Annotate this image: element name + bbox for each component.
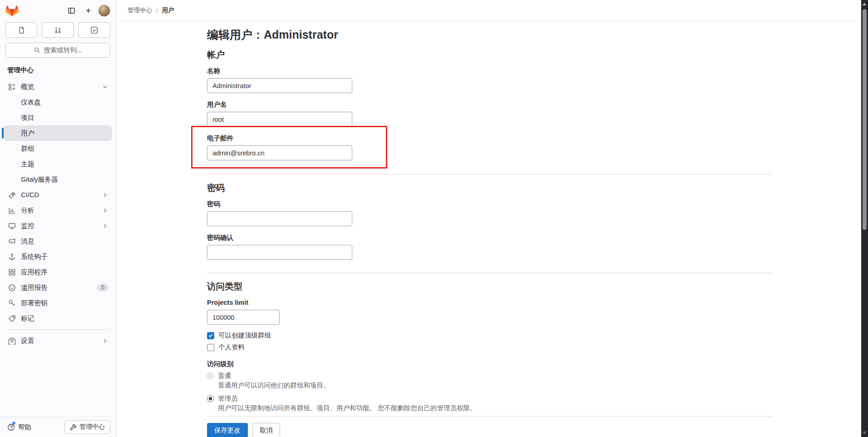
breadcrumb-admin-link[interactable]: 管理中心 — [128, 6, 152, 15]
projects-limit-label: Projects limit — [207, 298, 772, 307]
hook-icon — [7, 253, 16, 261]
section-divider — [207, 174, 772, 174]
help-label: 帮助 — [18, 423, 31, 432]
active-indicator — [2, 128, 4, 139]
cancel-button[interactable]: 取消 — [252, 423, 280, 437]
section-divider — [207, 416, 772, 417]
admin-access-row: 管理员 — [207, 394, 772, 403]
sidebar-item-label: Gitaly服务器 — [21, 175, 58, 184]
gitlab-logo-icon[interactable] — [5, 4, 20, 18]
key-icon — [7, 299, 16, 307]
todo-check-icon — [90, 26, 98, 34]
password-confirm-field[interactable] — [207, 245, 352, 260]
can-create-group-label: 可以创建顶级群组 — [218, 331, 271, 340]
username-label: 用户名 — [207, 100, 772, 109]
abuse-reports-count-badge: 0 — [97, 283, 108, 292]
chevron-right-icon — [102, 192, 108, 199]
private-profile-label: 个人资料 — [218, 343, 245, 352]
password-confirm-label: 密码确认 — [207, 233, 772, 242]
password-label: 密码 — [207, 200, 772, 208]
sidebar-item-label: 分析 — [21, 206, 34, 215]
merge-requests-shortcut-button[interactable] — [42, 22, 74, 38]
account-section-heading: 帐户 — [207, 49, 772, 60]
admin-radio[interactable] — [207, 395, 214, 402]
sidebar-toggle-icon[interactable] — [64, 4, 78, 17]
regular-label: 普通 — [218, 372, 231, 380]
search-input[interactable]: 搜索或转到... — [5, 43, 110, 58]
scrollbar-thumb[interactable] — [863, 9, 867, 230]
radio-dot — [209, 397, 212, 400]
admin-area-label: 管理中心 — [79, 423, 105, 431]
page-title: 编辑用户：Administrator — [207, 28, 772, 41]
private-profile-checkbox[interactable] — [207, 344, 214, 351]
username-field[interactable] — [207, 112, 352, 127]
sidebar-item-users[interactable]: 用户 — [4, 125, 112, 141]
sidebar-item-projects[interactable]: 项目 — [4, 110, 112, 125]
sidebar-item-applications[interactable]: 应用程序 — [4, 264, 112, 280]
password-section-heading: 密码 — [207, 182, 772, 193]
sidebar-item-label: 主题 — [21, 160, 34, 169]
regular-radio[interactable] — [207, 372, 214, 379]
can-create-group-checkbox[interactable] — [207, 332, 214, 339]
sidebar-item-system-hooks[interactable]: 系统钩子 — [4, 249, 112, 264]
chart-icon — [7, 207, 16, 214]
sidebar-item-settings[interactable]: 设置 — [4, 333, 112, 348]
nav-divider — [6, 329, 109, 330]
monitor-icon — [7, 222, 16, 230]
edit-user-form: 编辑用户：Administrator 帐户 名称 用户名 电子邮件 密码 密码 … — [207, 21, 772, 437]
todos-shortcut-button[interactable] — [79, 22, 110, 38]
sidebar-item-label: 系统钩子 — [21, 253, 48, 261]
can-create-group-row: 可以创建顶级群组 — [207, 331, 772, 340]
sidebar-item-messages[interactable]: 消息 — [4, 233, 112, 249]
sidebar: 搜索或转到... 管理中心 概览 仪表盘 项目 用户 群组 主题 Gitaly服… — [0, 0, 116, 437]
sidebar-item-groups[interactable]: 群组 — [4, 141, 112, 156]
admin-area-button[interactable]: 管理中心 — [64, 420, 110, 434]
sidebar-item-label: 消息 — [21, 237, 34, 246]
breadcrumb-separator: / — [156, 7, 158, 14]
scroll-up-arrow-icon[interactable] — [863, 3, 866, 5]
check-icon — [208, 333, 213, 338]
sidebar-item-label: 项目 — [21, 114, 34, 122]
chevron-right-icon — [102, 338, 108, 344]
sidebar-item-gitaly[interactable]: Gitaly服务器 — [4, 172, 112, 187]
sidebar-nav: 概览 仪表盘 项目 用户 群组 主题 Gitaly服务器 CI/CD 分析 监控 — [0, 76, 116, 417]
name-field[interactable] — [207, 78, 352, 93]
projects-limit-field[interactable] — [207, 310, 280, 325]
plus-icon[interactable] — [81, 4, 95, 17]
sidebar-item-dashboard[interactable]: 仪表盘 — [4, 94, 112, 110]
issues-shortcut-button[interactable] — [5, 22, 37, 38]
sidebar-item-monitoring[interactable]: 监控 — [4, 218, 112, 233]
chevron-right-icon — [102, 223, 108, 229]
sidebar-item-label: 设置 — [21, 337, 34, 345]
sidebar-item-label: CI/CD — [21, 191, 39, 199]
email-label: 电子邮件 — [207, 134, 772, 142]
save-changes-button[interactable]: 保存更改 — [207, 423, 248, 437]
sidebar-section-title: 管理中心 — [0, 60, 116, 76]
merge-request-icon — [54, 26, 62, 34]
sidebar-item-labels[interactable]: 标记 — [4, 311, 112, 326]
sidebar-item-cicd[interactable]: CI/CD — [4, 187, 112, 203]
admin-label: 管理员 — [218, 394, 238, 403]
sidebar-item-deploy-keys[interactable]: 部署密钥 — [4, 295, 112, 311]
access-section-heading: 访问类型 — [207, 281, 772, 292]
sidebar-item-label: 概览 — [21, 83, 34, 91]
regular-description: 普通用户可以访问他们的群组和项目。 — [218, 381, 772, 390]
chevron-right-icon — [102, 207, 108, 214]
sad-face-icon — [7, 284, 16, 292]
password-field[interactable] — [207, 211, 352, 226]
access-level-label: 访问级别 — [207, 360, 772, 368]
sidebar-item-abuse-reports[interactable]: 滥用报告 0 — [4, 280, 112, 295]
notification-dot — [12, 422, 15, 425]
sidebar-item-label: 部署密钥 — [21, 299, 48, 308]
sidebar-item-label: 监控 — [21, 222, 34, 230]
email-field[interactable] — [207, 145, 352, 160]
sidebar-item-analytics[interactable]: 分析 — [4, 203, 112, 218]
scroll-down-arrow-icon[interactable] — [863, 432, 866, 434]
help-button[interactable]: 帮助 — [7, 423, 31, 432]
user-avatar[interactable] — [98, 5, 110, 17]
sidebar-item-overview[interactable]: 概览 — [4, 79, 112, 94]
sidebar-item-topics[interactable]: 主题 — [4, 156, 112, 172]
sidebar-item-label: 仪表盘 — [21, 98, 41, 107]
rocket-icon — [7, 191, 16, 199]
vertical-scrollbar[interactable] — [861, 0, 868, 437]
